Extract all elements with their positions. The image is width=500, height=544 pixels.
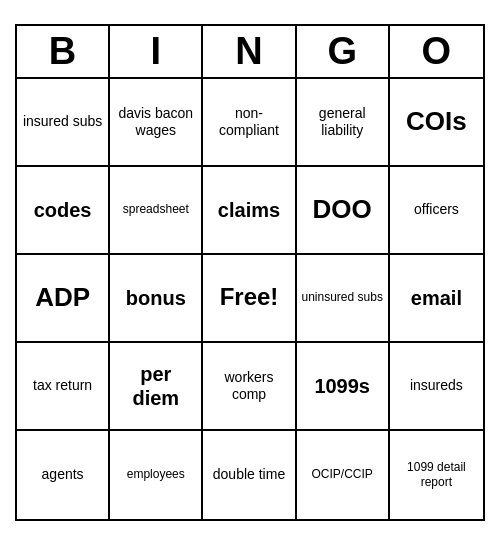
bingo-cell: codes: [17, 167, 110, 255]
bingo-cell: workers comp: [203, 343, 296, 431]
header-letter: G: [297, 26, 390, 77]
bingo-cell: 1099s: [297, 343, 390, 431]
bingo-cell: non-compliant: [203, 79, 296, 167]
bingo-cell: spreadsheet: [110, 167, 203, 255]
bingo-cell: DOO: [297, 167, 390, 255]
bingo-grid: insured subsdavis bacon wagesnon-complia…: [17, 79, 483, 519]
header-letter: O: [390, 26, 483, 77]
bingo-cell: uninsured subs: [297, 255, 390, 343]
bingo-cell: double time: [203, 431, 296, 519]
bingo-cell: general liability: [297, 79, 390, 167]
bingo-cell: email: [390, 255, 483, 343]
header-letter: I: [110, 26, 203, 77]
bingo-cell: davis bacon wages: [110, 79, 203, 167]
header-letter: N: [203, 26, 296, 77]
bingo-cell: 1099 detail report: [390, 431, 483, 519]
bingo-cell: agents: [17, 431, 110, 519]
bingo-cell: COIs: [390, 79, 483, 167]
bingo-cell: employees: [110, 431, 203, 519]
header-letter: B: [17, 26, 110, 77]
bingo-cell: tax return: [17, 343, 110, 431]
bingo-cell: claims: [203, 167, 296, 255]
bingo-cell: insureds: [390, 343, 483, 431]
bingo-cell: ADP: [17, 255, 110, 343]
bingo-cell: officers: [390, 167, 483, 255]
bingo-card: BINGO insured subsdavis bacon wagesnon-c…: [15, 24, 485, 521]
bingo-cell: bonus: [110, 255, 203, 343]
bingo-cell: Free!: [203, 255, 296, 343]
bingo-cell: OCIP/CCIP: [297, 431, 390, 519]
bingo-cell: insured subs: [17, 79, 110, 167]
bingo-cell: per diem: [110, 343, 203, 431]
bingo-header: BINGO: [17, 26, 483, 79]
